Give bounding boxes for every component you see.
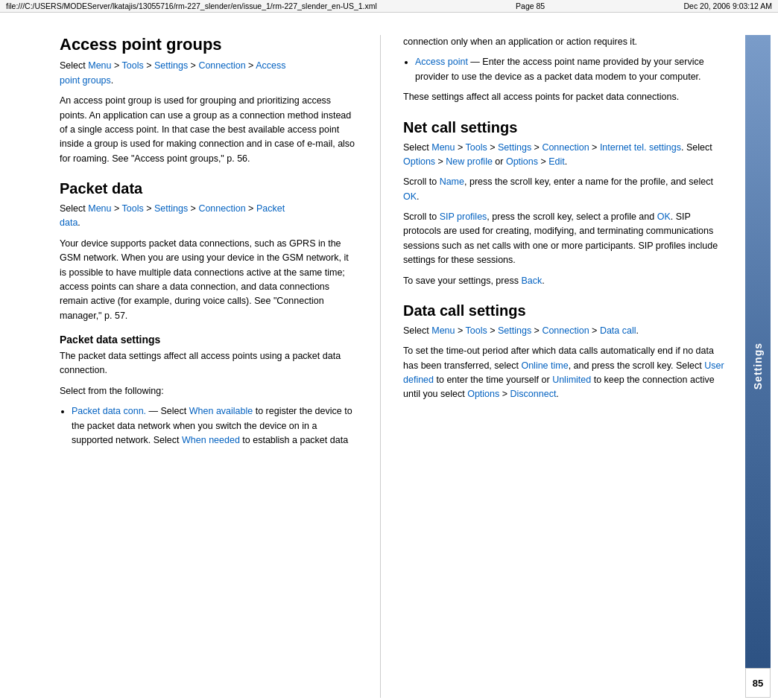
page-wrapper: Access point groups Select Menu > Tools … [0, 13, 778, 698]
nav-menu: Menu [88, 60, 111, 71]
nav-options-new-profile: Options [403, 156, 435, 167]
nav-access-point-groups: Select Menu > Tools > Settings > Connect… [60, 59, 358, 88]
term-access-point: Access point [415, 57, 468, 67]
term-options-disconnect: Options [467, 389, 499, 399]
nav-settings: Settings [154, 60, 188, 71]
nav-packet-data: Select Menu > Tools > Settings > Connect… [60, 202, 358, 231]
term-ok2: OK [657, 211, 671, 222]
list-item-access-point: Access point — Enter the access point na… [415, 55, 730, 84]
nav-edit: Edit [548, 156, 565, 167]
term-online-time: Online time [521, 360, 568, 371]
term-disconnect: Disconnect [510, 389, 557, 399]
nav-menu-4: Menu [431, 325, 455, 336]
main-content: Access point groups Select Menu > Tools … [0, 13, 778, 698]
access-point-groups-body: An access point group is used for groupi… [60, 94, 358, 166]
term-sip-profiles: SIP profiles [440, 211, 487, 222]
heading-data-call-settings: Data call settings [403, 302, 730, 319]
nav-settings-3: Settings [498, 142, 531, 153]
term-when-needed: When needed [182, 435, 240, 445]
topbar-right: Dec 20, 2006 9:03:12 AM [684, 1, 773, 10]
nav-data-call-settings: Select Menu > Tools > Settings > Connect… [403, 324, 730, 338]
settings-affect-text: These settings affect all access points … [403, 90, 730, 104]
net-call-body2: Scroll to SIP profiles, press the scroll… [403, 210, 730, 268]
nav-connection-4: Connection [542, 325, 589, 336]
packet-data-settings-body2: Select from the following: [60, 384, 358, 398]
term-name: Name [440, 176, 464, 187]
continuation-text: connection only when an application or a… [403, 35, 730, 49]
nav-new-profile: New profile [446, 156, 493, 167]
sidebar-tab: Settings 85 [745, 35, 771, 698]
left-column: Access point groups Select Menu > Tools … [0, 35, 380, 698]
nav-tools-4: Tools [466, 325, 487, 336]
page-number-box: 85 [745, 668, 771, 698]
heading-access-point-groups: Access point groups [60, 35, 358, 54]
nav-options-edit: Options [506, 156, 538, 167]
nav-tools-2: Tools [122, 203, 144, 214]
net-call-body3: To save your settings, press Back. [403, 274, 730, 288]
nav-connection-2: Connection [198, 203, 245, 214]
nav-connection: Connection [198, 60, 245, 71]
nav-internet-tel-settings: Internet tel. settings [600, 142, 681, 153]
nav-menu-3: Menu [431, 142, 455, 153]
term-ok1: OK [403, 191, 417, 202]
heading-packet-data-settings: Packet data settings [60, 334, 358, 346]
nav-tools: Tools [122, 60, 144, 71]
list-item-packet-data-conn: Packet data conn. — Select When availabl… [72, 404, 358, 448]
topbar-center: Page 85 [516, 1, 545, 10]
net-call-body1: Scroll to Name, press the scroll key, en… [403, 175, 730, 204]
term-back: Back [521, 276, 542, 286]
right-bullet-list: Access point — Enter the access point na… [415, 55, 730, 84]
topbar-left: file:///C:/USERS/MODEServer/lkatajis/130… [6, 1, 377, 10]
packet-data-settings-body1: The packet data settings affect all acce… [60, 349, 358, 378]
nav-settings-2: Settings [154, 203, 188, 214]
page-number: 85 [753, 678, 763, 689]
term-when-available: When available [189, 406, 253, 416]
heading-packet-data: Packet data [60, 179, 358, 197]
top-bar: file:///C:/USERS/MODEServer/lkatajis/130… [0, 0, 778, 13]
heading-net-call-settings: Net call settings [403, 118, 730, 136]
right-column: connection only when an application or a… [380, 35, 745, 698]
nav-data-call: Data call [600, 325, 636, 336]
nav-net-call-settings: Select Menu > Tools > Settings > Connect… [403, 141, 730, 170]
data-call-body: To set the time-out period after which d… [403, 344, 730, 402]
nav-menu-2: Menu [88, 203, 111, 214]
nav-connection-3: Connection [542, 142, 589, 153]
nav-tools-3: Tools [466, 142, 487, 153]
packet-data-list: Packet data conn. — Select When availabl… [72, 404, 358, 448]
nav-settings-4: Settings [498, 325, 531, 336]
term-packet-data-conn: Packet data conn. [72, 406, 146, 416]
sidebar-label: Settings [752, 343, 764, 389]
term-unlimited: Unlimited [552, 375, 591, 385]
packet-data-body: Your device supports packet data connect… [60, 237, 358, 323]
